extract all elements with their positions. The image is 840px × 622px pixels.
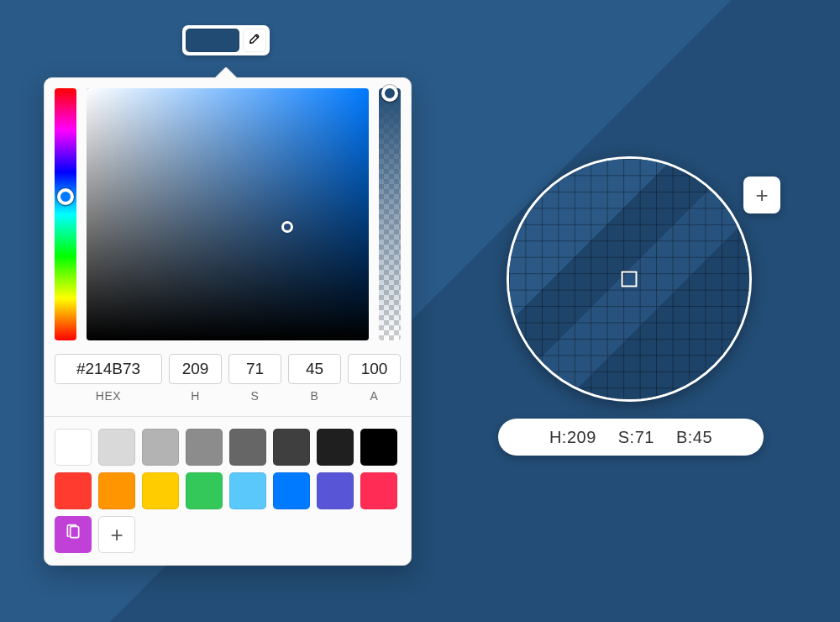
color-picker-popover: HEX H S B A +	[44, 77, 412, 566]
current-color-swatch[interactable]	[186, 29, 239, 52]
swatch-8[interactable]	[55, 472, 92, 509]
hue-slider[interactable]	[55, 88, 76, 340]
saturation-label: S	[251, 389, 260, 403]
swatch-3[interactable]	[186, 429, 223, 466]
alpha-input[interactable]	[348, 354, 401, 384]
alpha-slider[interactable]	[379, 88, 401, 340]
hex-label: HEX	[96, 389, 121, 403]
add-swatch-button[interactable]: +	[98, 516, 135, 553]
hue-input[interactable]	[169, 354, 222, 384]
swatch-11[interactable]	[186, 472, 223, 509]
readout-h: H:209	[549, 428, 596, 447]
popover-arrow	[214, 66, 238, 90]
swatch-9[interactable]	[98, 472, 135, 509]
sv-handle[interactable]	[281, 221, 293, 233]
swatch-14[interactable]	[317, 472, 354, 509]
clipboard-icon	[65, 524, 81, 546]
loupe-center-pixel	[622, 271, 638, 287]
hex-input[interactable]	[55, 354, 162, 384]
saturation-input[interactable]	[228, 354, 281, 384]
plus-icon: +	[110, 522, 123, 548]
swatch-7[interactable]	[360, 429, 397, 466]
preset-swatches: +	[55, 429, 401, 553]
swatch-12[interactable]	[229, 472, 266, 509]
saturation-brightness-area[interactable]	[87, 88, 369, 340]
add-sample-button[interactable]: +	[743, 177, 780, 213]
swatch-5[interactable]	[273, 429, 310, 466]
readout-s: S:71	[618, 428, 654, 447]
hue-label: H	[191, 389, 200, 403]
hue-slider-thumb[interactable]	[57, 188, 74, 205]
color-chip-trigger[interactable]	[182, 25, 270, 55]
svg-rect-0	[71, 526, 79, 537]
swatch-10[interactable]	[142, 472, 179, 509]
eyedropper-icon	[248, 32, 261, 49]
brightness-input[interactable]	[288, 354, 341, 384]
swatch-2[interactable]	[142, 429, 179, 466]
brightness-label: B	[311, 389, 319, 403]
divider	[45, 416, 411, 417]
readout-b: B:45	[676, 428, 712, 447]
copy-color-button[interactable]	[55, 516, 92, 553]
swatch-13[interactable]	[273, 472, 310, 509]
swatch-1[interactable]	[98, 429, 135, 466]
swatch-4[interactable]	[229, 429, 266, 466]
loupe-readout-pill: H:209 S:71 B:45	[498, 419, 764, 456]
eyedropper-button[interactable]	[243, 29, 266, 52]
swatch-0[interactable]	[55, 429, 92, 466]
alpha-slider-thumb[interactable]	[381, 85, 398, 102]
plus-icon: +	[755, 182, 768, 208]
swatch-6[interactable]	[317, 429, 354, 466]
alpha-label: A	[370, 389, 379, 403]
magnifier-loupe[interactable]	[507, 156, 752, 402]
swatch-15[interactable]	[360, 472, 397, 509]
